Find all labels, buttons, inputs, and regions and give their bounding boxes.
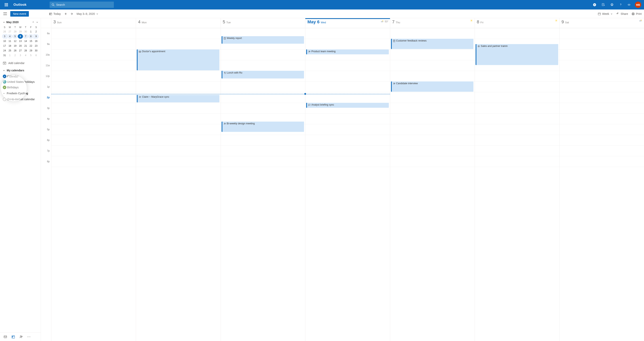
mini-cal-day[interactable]: 25 bbox=[7, 48, 13, 53]
day-column[interactable] bbox=[51, 28, 136, 341]
settings-icon[interactable] bbox=[608, 0, 616, 10]
mini-cal-day[interactable]: 13 bbox=[18, 39, 23, 44]
mini-cal-day[interactable]: 11 bbox=[7, 39, 13, 44]
megaphone-icon[interactable] bbox=[625, 0, 634, 10]
mini-cal-day[interactable]: 5 bbox=[12, 34, 18, 39]
event[interactable]: Analyst briefing sync bbox=[306, 103, 388, 108]
mini-cal-day[interactable]: 26 bbox=[12, 48, 18, 53]
mini-cal-day[interactable]: 3 bbox=[18, 53, 23, 58]
day-header[interactable]: 9Sat bbox=[560, 18, 644, 28]
event[interactable]: Sales and partner trainin bbox=[476, 44, 558, 65]
hamburger-icon[interactable] bbox=[2, 11, 8, 16]
chevron-down-icon[interactable] bbox=[3, 21, 5, 23]
mini-cal-day[interactable]: 28 bbox=[12, 29, 18, 34]
mini-cal-day[interactable]: 3 bbox=[2, 34, 7, 39]
mini-cal-day[interactable]: 23 bbox=[34, 44, 39, 48]
today-button[interactable]: Today bbox=[49, 12, 61, 16]
event[interactable]: Lunch with Ro bbox=[222, 71, 304, 78]
mini-calendar[interactable]: SMTWTFS262728293012345678910111213141516… bbox=[0, 25, 41, 59]
calendar-button[interactable] bbox=[12, 335, 15, 339]
mini-cal-day[interactable]: 6 bbox=[34, 53, 39, 58]
mini-cal-day[interactable]: 2 bbox=[34, 29, 39, 34]
app-launcher-icon[interactable] bbox=[2, 0, 11, 10]
mini-cal-day[interactable]: 26 bbox=[2, 29, 7, 34]
mini-cal-day[interactable]: 12 bbox=[12, 39, 18, 44]
day-column[interactable] bbox=[560, 28, 644, 341]
mini-cal-day[interactable]: 30 bbox=[23, 29, 28, 34]
event[interactable]: Doctor's appointment bbox=[137, 50, 219, 70]
event[interactable]: Candidate interview bbox=[391, 82, 474, 92]
mini-cal-day[interactable]: 24 bbox=[2, 48, 7, 53]
print-button[interactable]: Print bbox=[632, 12, 642, 16]
mini-cal-day[interactable]: 28 bbox=[23, 48, 28, 53]
day-column[interactable]: Customer feedback reviewsCandidate inter… bbox=[390, 28, 474, 341]
day-header[interactable]: 3Sun bbox=[51, 18, 136, 28]
mini-cal-day[interactable]: 18 bbox=[7, 44, 13, 48]
mini-cal-day[interactable]: 27 bbox=[18, 48, 23, 53]
event[interactable]: Product team meeting bbox=[306, 50, 388, 54]
more-button[interactable]: ··· bbox=[27, 335, 31, 338]
calendar-item-holidays[interactable]: United States holidays bbox=[0, 79, 41, 84]
help-icon[interactable] bbox=[616, 0, 625, 10]
mini-cal-day[interactable]: 31 bbox=[2, 53, 7, 58]
group-fredwin[interactable]: Fredwin Cycling bbox=[0, 90, 41, 96]
mini-cal-day[interactable]: 21 bbox=[23, 44, 28, 48]
mini-cal-day[interactable]: 22 bbox=[28, 44, 34, 48]
mini-cal-day[interactable]: 6 bbox=[18, 34, 23, 39]
mini-cal-day[interactable]: 8 bbox=[28, 34, 34, 39]
day-header[interactable]: 8Fri bbox=[474, 18, 559, 28]
calendar-item-gtm[interactable]: Go-to-market calendar bbox=[0, 96, 41, 102]
mini-cal-day[interactable]: 20 bbox=[18, 44, 23, 48]
skype-icon[interactable]: S bbox=[590, 0, 599, 10]
mini-cal-day[interactable]: 1 bbox=[28, 29, 34, 34]
mini-cal-day[interactable]: 4 bbox=[7, 34, 13, 39]
mini-cal-day[interactable]: 7 bbox=[23, 34, 28, 39]
mini-cal-day[interactable]: 30 bbox=[34, 48, 39, 53]
notes-icon[interactable] bbox=[599, 0, 608, 10]
mini-cal-day[interactable]: 17 bbox=[2, 44, 7, 48]
mini-cal-day[interactable]: 19 bbox=[12, 44, 18, 48]
event-type-icon bbox=[308, 50, 310, 53]
day-column[interactable]: Weekly reportLunch with RoBi-weekly desi… bbox=[220, 28, 305, 341]
calendar-item-birthdays[interactable]: Birthdays bbox=[0, 84, 41, 90]
event[interactable]: Weekly report bbox=[222, 36, 304, 44]
people-button[interactable] bbox=[19, 335, 23, 339]
event[interactable]: Claire ~ MaryGrace sync bbox=[137, 95, 219, 102]
search-input[interactable] bbox=[56, 3, 112, 6]
month-next-button[interactable] bbox=[36, 21, 38, 23]
view-switcher[interactable]: Week bbox=[598, 12, 613, 16]
avatar[interactable]: MB bbox=[635, 2, 641, 8]
new-event-button[interactable]: New event bbox=[10, 11, 29, 16]
next-week-button[interactable] bbox=[70, 12, 74, 16]
mini-cal-day[interactable]: 4 bbox=[23, 53, 28, 58]
mini-cal-day[interactable]: 2 bbox=[12, 53, 18, 58]
mini-cal-day[interactable]: 27 bbox=[7, 29, 13, 34]
mini-cal-day[interactable]: 15 bbox=[28, 39, 34, 44]
mini-cal-day[interactable]: 1 bbox=[7, 53, 13, 58]
date-range-picker[interactable]: May 3–9, 2020 bbox=[77, 12, 99, 16]
mini-cal-day[interactable]: 14 bbox=[23, 39, 28, 44]
mini-cal-day[interactable]: 29 bbox=[18, 29, 23, 34]
share-button[interactable]: Share bbox=[616, 12, 628, 16]
mini-cal-day[interactable]: 5 bbox=[28, 53, 34, 58]
day-column[interactable]: Sales and partner trainin bbox=[474, 28, 559, 341]
day-header[interactable]: 5Tue bbox=[220, 18, 305, 28]
day-column[interactable]: Doctor's appointmentClaire ~ MaryGrace s… bbox=[136, 28, 220, 341]
mini-cal-day[interactable]: 16 bbox=[34, 39, 39, 44]
calendar-item-calendar[interactable]: Calendar bbox=[0, 74, 41, 79]
day-header[interactable]: 4Mon bbox=[136, 18, 220, 28]
event[interactable]: Customer feedback reviews bbox=[391, 39, 474, 49]
mini-cal-day[interactable]: 10 bbox=[2, 39, 7, 44]
day-column[interactable]: Product team meetingAnalyst briefing syn… bbox=[305, 28, 390, 341]
day-header[interactable]: 7Thu bbox=[390, 18, 474, 28]
search-box[interactable] bbox=[50, 2, 114, 8]
group-my-calendars[interactable]: My calendars bbox=[0, 67, 41, 74]
add-calendar-button[interactable]: Add calendar bbox=[0, 59, 41, 67]
prev-week-button[interactable] bbox=[64, 12, 67, 16]
day-header[interactable]: May 6Wed53° bbox=[305, 18, 390, 28]
mail-button[interactable] bbox=[4, 335, 7, 339]
month-prev-button[interactable] bbox=[32, 21, 34, 23]
mini-cal-day[interactable]: 29 bbox=[28, 48, 34, 53]
mini-cal-day[interactable]: 9 bbox=[34, 34, 39, 39]
event[interactable]: Bi-weekly design meeting bbox=[222, 122, 304, 132]
